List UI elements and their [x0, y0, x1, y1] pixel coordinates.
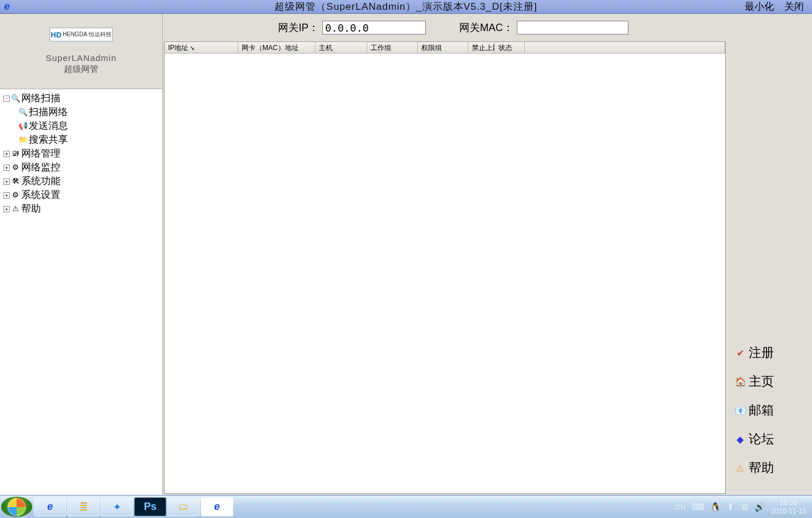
link-label: 论坛 — [749, 431, 774, 448]
speaker-icon: 📢 — [18, 121, 28, 131]
clock-date: 2016-11-15 — [771, 507, 806, 515]
gateway-mac-label: 网关MAC： — [459, 21, 513, 35]
tree-node-network-manage[interactable]: + 🖳 网络管理 — [1, 147, 161, 161]
grid-column-header[interactable]: IP地址 — [165, 42, 238, 53]
link-icon: 🏠 — [735, 376, 745, 387]
tray-volume-icon[interactable]: 🔊 — [754, 502, 765, 512]
gateway-bar: 网关IP： 网关MAC： — [163, 14, 727, 41]
close-button[interactable]: 关闭 — [784, 0, 804, 13]
magnifier-icon: 🔍 — [18, 108, 28, 117]
tree-node-search-share[interactable]: 📁 搜索共享 — [1, 133, 161, 147]
tray-icon[interactable]: 🖥 — [740, 502, 749, 512]
side-link-注册[interactable]: ✔注册 — [727, 338, 812, 367]
ime-indicator[interactable]: CH — [676, 504, 686, 511]
expand-icon[interactable]: + — [3, 165, 10, 171]
side-link-主页[interactable]: 🏠主页 — [727, 367, 812, 396]
tree-label: 网络扫描 — [21, 92, 60, 105]
product-name-en: SuperLANadmin — [45, 53, 116, 63]
tray-icon[interactable]: ⬆ — [727, 502, 734, 512]
logo-text: HD — [51, 31, 62, 39]
link-icon: 📧 — [735, 405, 745, 416]
grid-column-header[interactable]: 工作组 — [367, 42, 418, 53]
window-title: 超级网管（SuperLANadmin）_演示版本V5.3_D[未注册] — [275, 0, 537, 13]
right-link-strip: ✔注册🏠主页📧邮箱◆论坛⚠帮助 — [727, 14, 812, 495]
grid-column-header[interactable]: 禁止上网 — [468, 42, 495, 53]
tree-label: 系统设置 — [21, 188, 60, 202]
tree-label: 网络监控 — [21, 161, 60, 174]
grid-column-header[interactable] — [525, 42, 725, 53]
expand-icon[interactable]: - — [3, 96, 10, 102]
link-icon: ◆ — [735, 434, 745, 445]
left-panel: HD HENGDA 恒达科技 SuperLANadmin 超级网管 - 🔍 网络… — [0, 14, 163, 495]
tree-label: 搜索共享 — [29, 133, 68, 147]
minimize-button[interactable]: 最小化 — [745, 0, 774, 13]
expand-icon[interactable]: + — [3, 178, 10, 185]
tree-node-scan-network[interactable]: 🔍 扫描网络 — [1, 105, 161, 119]
taskbar-app-explorer[interactable]: 🗂 — [167, 497, 200, 516]
windows-orb-icon — [7, 498, 26, 516]
folder-icon: 📁 — [18, 135, 28, 144]
clock[interactable]: 16:06 2016-11-15 — [771, 499, 806, 515]
product-name-cn: 超级网管 — [64, 64, 98, 75]
tree-node-system-function[interactable]: + 🛠 系统功能 — [1, 174, 161, 188]
side-link-邮箱[interactable]: 📧邮箱 — [727, 396, 812, 425]
tree-label: 系统功能 — [21, 174, 60, 188]
tray-icon[interactable]: 🐧 — [710, 502, 721, 512]
link-label: 帮助 — [749, 459, 774, 477]
taskbar-app-tool[interactable]: ✦ — [101, 497, 133, 516]
tree-node-network-monitor[interactable]: + ⚙ 网络监控 — [1, 161, 161, 174]
side-link-帮助[interactable]: ⚠帮助 — [727, 454, 812, 482]
start-button[interactable] — [1, 497, 32, 517]
taskbar: e ≣ ✦ Ps 🗂 e CH ⌨ 🐧 ⬆ 🖥 🔊 16:06 2016-11-… — [0, 495, 812, 518]
tree-label: 网络管理 — [21, 147, 60, 161]
tree-node-help[interactable]: + ⚠ 帮助 — [1, 202, 161, 216]
nav-tree: - 🔍 网络扫描 🔍 扫描网络 📢 发送消息 — [0, 89, 162, 495]
expand-icon[interactable]: + — [3, 151, 10, 157]
grid-column-header[interactable]: 主机 — [315, 42, 367, 53]
magnifier-icon: 🔍 — [11, 94, 20, 103]
center-panel: 网关IP： 网关MAC： IP地址网卡（MAC）地址主机工作组权限组禁止上网状态 — [163, 14, 727, 495]
warning-icon: ⚠ — [11, 204, 20, 214]
grid-column-header[interactable]: 网卡（MAC）地址 — [238, 42, 315, 53]
expand-icon[interactable]: + — [3, 192, 10, 199]
tree-node-send-message[interactable]: 📢 发送消息 — [1, 119, 161, 133]
logo-subtext: HENGDA 恒达科技 — [63, 31, 112, 39]
tree-node-network-scan[interactable]: - 🔍 网络扫描 — [1, 92, 161, 105]
host-grid: IP地址网卡（MAC）地址主机工作组权限组禁止上网状态 — [164, 41, 726, 494]
expand-icon[interactable]: + — [3, 206, 10, 212]
link-label: 邮箱 — [749, 402, 774, 419]
link-icon: ✔ — [735, 348, 745, 359]
tree-node-system-settings[interactable]: + ⚙ 系统设置 — [1, 188, 161, 202]
grid-column-header[interactable]: 状态 — [495, 42, 525, 53]
tree-label: 发送消息 — [29, 119, 68, 133]
tools-icon: 🛠 — [11, 177, 20, 186]
grid-body[interactable] — [165, 54, 725, 493]
tray-icon[interactable]: ⌨ — [692, 502, 704, 512]
clock-time: 16:06 — [771, 499, 806, 507]
link-label: 主页 — [749, 373, 774, 390]
taskbar-app-superlanadmin[interactable]: e — [201, 497, 233, 516]
tree-label: 扫描网络 — [29, 105, 68, 119]
tree-label: 帮助 — [21, 202, 41, 216]
taskbar-app-photoshop[interactable]: Ps — [134, 497, 166, 516]
gear-icon: ⚙ — [11, 191, 20, 200]
computer-icon: 🖳 — [11, 149, 20, 158]
gateway-mac-input[interactable] — [517, 21, 628, 35]
grid-header: IP地址网卡（MAC）地址主机工作组权限组禁止上网状态 — [165, 42, 725, 54]
side-link-论坛[interactable]: ◆论坛 — [727, 425, 812, 454]
link-label: 注册 — [749, 344, 774, 361]
system-tray: CH ⌨ 🐧 ⬆ 🖥 🔊 16:06 2016-11-15 — [670, 496, 812, 518]
logo-area: HD HENGDA 恒达科技 SuperLANadmin 超级网管 — [0, 14, 162, 89]
gateway-ip-input[interactable] — [322, 21, 426, 35]
logo-image: HD HENGDA 恒达科技 — [49, 28, 113, 41]
taskbar-app-notes[interactable]: ≣ — [67, 497, 100, 516]
link-icon: ⚠ — [735, 463, 745, 474]
taskbar-app-ie[interactable]: e — [34, 497, 66, 516]
grid-column-header[interactable]: 权限组 — [418, 42, 468, 53]
app-icon: e — [0, 0, 14, 14]
titlebar: e 超级网管（SuperLANadmin）_演示版本V5.3_D[未注册] 最小… — [0, 0, 812, 14]
gear-icon: ⚙ — [11, 163, 20, 172]
gateway-ip-label: 网关IP： — [278, 21, 319, 35]
